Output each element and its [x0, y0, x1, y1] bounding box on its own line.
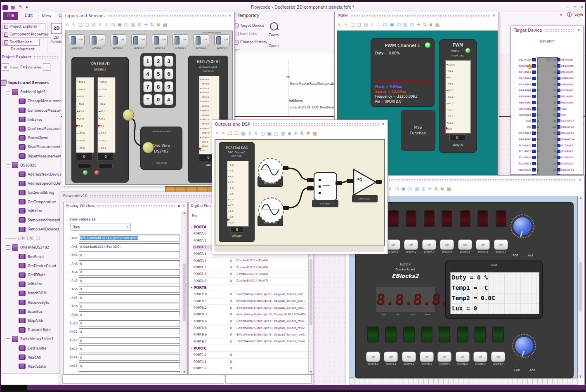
digital-pin-row[interactable]: ▾ PORTB [189, 284, 308, 291]
tool-icon[interactable]: ✖ [156, 23, 160, 27]
zoom-icon[interactable] [270, 22, 278, 31]
chip-pin-row[interactable]: VDD 11 [514, 118, 540, 124]
chip-pin-row[interactable]: VSS 12 [514, 124, 540, 130]
tool-icon[interactable]: ↖ [215, 131, 219, 136]
project-explorer-header[interactable]: Project Explorer [0, 54, 61, 60]
chip-pin-row[interactable]: 35 RB2/ANB2 [553, 87, 581, 94]
dsp-mix-block[interactable] [314, 172, 337, 201]
chip-pin-row[interactable]: 39 RB6/ANB6 [553, 63, 581, 69]
tool-icon[interactable]: ◫ [124, 23, 128, 27]
analog-value-field[interactable]: 0 [79, 362, 180, 369]
chip-pin-row[interactable]: RA5/ANA5 7 [514, 94, 540, 100]
tree-item[interactable]: MatchROM [0, 289, 61, 298]
tool-icon[interactable]: ❏ [234, 131, 239, 136]
analog-value-field[interactable]: 0 [79, 337, 180, 344]
tool-icon[interactable]: ❏ [350, 23, 354, 27]
tool-icon[interactable]: ↖ [344, 23, 348, 27]
icons-grid-icon[interactable]: ⊞ [2, 63, 9, 71]
analog-vertical-scrollbar[interactable]: ▲ ▼ [182, 211, 187, 373]
analog-value-field[interactable]: 0 [79, 345, 180, 352]
tool-icon[interactable]: ⇧ [248, 131, 252, 136]
portb-switch-button[interactable]: Off [402, 352, 416, 362]
portb-switch-button[interactable]: Off [420, 352, 434, 362]
chip-pin-row[interactable]: 27 RD4/AND4 [553, 136, 581, 142]
tree-item[interactable]: SampleAddressedD [0, 216, 61, 225]
tool-icon[interactable]: ▩ [163, 23, 167, 27]
tool-icon[interactable]: ✛ [416, 23, 420, 27]
eblocks-vertical-scrollbar[interactable]: ▲ ▼ [578, 196, 583, 378]
tool-icon[interactable]: ❏ [85, 23, 89, 27]
tool-icon[interactable]: ⇧ [98, 23, 102, 27]
tree-item[interactable]: ResetMeasurement [0, 152, 61, 161]
digital-pin-row[interactable]: ▾ PORTC.0 0 [189, 352, 308, 358]
tool-icon[interactable]: ▣ [401, 187, 405, 191]
tool-icon[interactable]: ❏ [78, 23, 82, 27]
maximize-button[interactable]: ▫ [574, 5, 577, 9]
chip-pin-row[interactable]: RC0/ANC0 15 [514, 142, 540, 148]
chip-pin-row[interactable]: RA0/ANA0 2 [514, 63, 540, 69]
portb-switch-button[interactable]: Off [384, 352, 398, 362]
analog-value-field[interactable]: 825 ComboBL0114(LightSensor ADC) [79, 235, 180, 242]
digital-pin-row[interactable]: ▾ PORTB.0 0 SwitchArraySlider1(pin0), ke… [189, 291, 308, 298]
scroll-thumb[interactable] [310, 259, 312, 325]
tool-icon[interactable]: ▥ [403, 23, 407, 27]
chip-pin-row[interactable]: RC1/ANC1 16 [514, 148, 540, 155]
analog-value-field[interactable]: 0 [79, 311, 180, 318]
dsp-wave1-block[interactable] [258, 158, 284, 183]
tool-icon[interactable]: ⇩ [254, 131, 258, 136]
slider-marker[interactable] [446, 127, 448, 129]
outputs-window-titlebar[interactable]: Outputs and DSP ✕ [212, 120, 388, 128]
portb-switch-button[interactable]: Off [491, 352, 505, 362]
tree-item[interactable]: SwitchArraySlider1 [0, 334, 61, 343]
style-label[interactable]: Style [574, 12, 583, 16]
target-window-titlebar[interactable]: Target Device ✕ [511, 26, 583, 34]
dac-gauge[interactable]: 5.04.54.03.53.02.52.01.51.00.50.0 [227, 161, 249, 227]
chip-pin-row[interactable]: 36 RB3/ANB3 [553, 81, 581, 87]
tool-icon[interactable]: ⇅ [150, 23, 154, 27]
expander-icon[interactable] [6, 163, 10, 167]
analog-value-field[interactable]: 0 [79, 260, 180, 267]
tool-icon[interactable]: ⇩ [388, 187, 392, 191]
scroll-thumb[interactable] [579, 262, 582, 312]
mix-in1-plug[interactable] [307, 178, 314, 182]
chip-pin-row[interactable]: RA7/ANA7 13 [514, 130, 540, 136]
chip-pin-row[interactable]: 34 RB1/ANB1 [553, 94, 581, 100]
tree-item[interactable]: GetSerialString [0, 188, 61, 197]
chip-pin-row[interactable]: RE2/ANE2 10 [514, 112, 540, 118]
tool-icon[interactable]: ▩ [447, 187, 451, 191]
gain-in-plug[interactable] [347, 179, 353, 183]
chip-pin-row[interactable]: RA2/ANA2 4 [514, 75, 540, 81]
digital-pin-row[interactable]: ▾ PORTC.2 0 [189, 365, 308, 371]
tool-icon[interactable]: ✛ [428, 187, 432, 191]
chip-pin-row[interactable]: 26 RC7/ANC7 [553, 142, 581, 148]
inputs-window-titlebar[interactable]: Inputs and Sensors ✕ [62, 12, 234, 20]
chip-pin-row[interactable]: 29 RD6/AND6 [553, 124, 581, 130]
collapse-ribbon-icon[interactable]: ∧ [560, 12, 562, 16]
tool-icon[interactable]: ⊞ [138, 23, 142, 27]
tree-item[interactable]: OneTimeMeasurem [0, 124, 61, 133]
porta-switch-button[interactable]: Off [476, 239, 490, 250]
scroll-down-icon[interactable]: ▼ [183, 370, 185, 373]
tree-item[interactable]: ContinuousMeasure [0, 106, 61, 115]
tool-icon[interactable]: ▥ [281, 131, 285, 136]
group-expander-icon[interactable]: ▾ [189, 225, 194, 228]
chip-pin-row[interactable]: RD0/AND0 19 [514, 167, 540, 173]
dsp-gain-block[interactable] [353, 169, 378, 196]
tool-icon[interactable]: ◫ [274, 131, 278, 136]
analog-value-field[interactable]: 0 [79, 269, 180, 276]
tool-icon[interactable]: ⇩ [377, 23, 380, 27]
close-icon[interactable]: ✕ [381, 122, 385, 126]
digital-pin-row[interactable]: ▾ PORTB.6 0 SwitchArraySlider1(pin6), ke… [189, 331, 308, 338]
analog-value-field[interactable]: 0 [79, 354, 180, 361]
dac-block[interactable]: MCP47x6 DAC DAC_Output1 (I2C CH1) 5.04.5… [219, 142, 255, 242]
chip-pin-row[interactable]: 22 RD3/AND3 [553, 167, 581, 173]
save-icon[interactable]: ▦ [11, 5, 15, 10]
tool-icon[interactable]: ▩ [435, 23, 440, 27]
tree-item[interactable]: Initialise [0, 115, 61, 124]
close-icon[interactable]: ✕ [228, 14, 232, 18]
horizontal-scrollbar[interactable] [225, 375, 312, 384]
gain-out-plug[interactable] [376, 180, 382, 184]
connector-node[interactable] [123, 109, 134, 121]
wave1-out-plug[interactable] [283, 166, 288, 170]
tree-item[interactable]: ReadState [0, 362, 61, 371]
